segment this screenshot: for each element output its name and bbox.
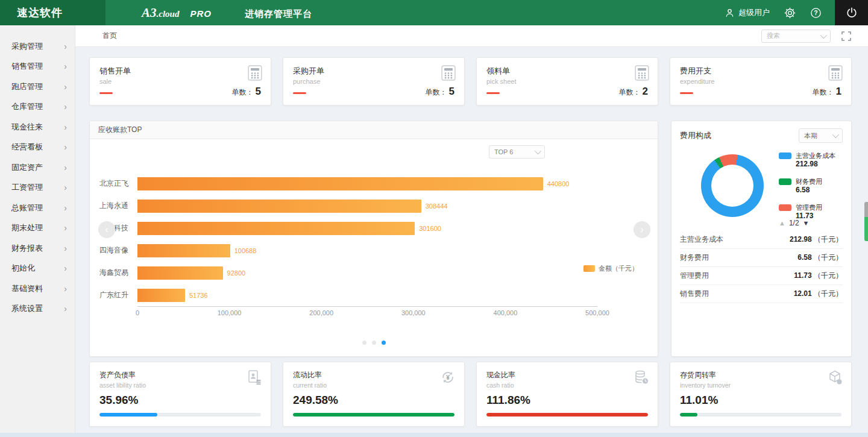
sidebar-item-label: 工资管理 xyxy=(11,182,43,193)
ratio-card-inventory-turnover[interactable]: 存货周转率 inventory turnover 11.01% xyxy=(670,362,852,427)
pager-up-icon[interactable]: ▲ xyxy=(779,219,785,227)
main-area: 首页 搜索 销售开单 sale 单数：5 采购开单 purchase xyxy=(75,25,868,437)
brand-pro: PRO xyxy=(190,8,212,19)
tab-home[interactable]: 首页 xyxy=(102,31,117,41)
pager-down-icon[interactable]: ▼ xyxy=(803,219,810,227)
stat-subtitle: sale xyxy=(99,78,261,85)
ratio-progress-track xyxy=(99,413,261,417)
settings-gear-icon[interactable] xyxy=(784,7,796,19)
sidebar-item[interactable]: 工资管理› xyxy=(0,178,75,198)
bar-value-label: 308444 xyxy=(426,203,448,210)
bar-rows: 北京正飞440800上海永通308444洪海科技301600四海音像100688… xyxy=(90,172,597,306)
stat-card-sale[interactable]: 销售开单 sale 单数：5 xyxy=(89,57,271,105)
chevron-right-icon: › xyxy=(64,42,67,51)
help-icon[interactable]: ? xyxy=(810,7,822,19)
logout-power-button[interactable] xyxy=(835,0,868,25)
ratio-value: 111.86% xyxy=(486,394,530,407)
carousel-prev-button[interactable]: ‹ xyxy=(98,221,115,238)
receivables-bar-chart: TOP 6 北京正飞440800上海永通308444洪海科技301600四海音像… xyxy=(90,139,658,356)
sidebar-item-label: 现金往来 xyxy=(11,122,43,133)
x-axis-tick-label: 500,000 xyxy=(585,309,609,316)
expense-row: 管理费用11.73 （千元） xyxy=(680,267,843,285)
donut-legend-item: 财务费用6.58 xyxy=(779,177,835,195)
sidebar-item[interactable]: 销售管理› xyxy=(0,57,75,77)
ratio-card-current-ratio[interactable]: 流动比率 current ratio ¥ 249.58% xyxy=(283,362,465,427)
sidebar-item[interactable]: 经营看板› xyxy=(0,137,75,158)
stat-title: 领料单 xyxy=(486,66,648,77)
legend-swatch xyxy=(779,178,791,185)
calculator-icon xyxy=(828,65,843,83)
count-value: 2 xyxy=(643,86,648,98)
bar xyxy=(137,200,421,213)
search-select[interactable]: 搜索 xyxy=(761,30,831,43)
sidebar-item[interactable]: 跑店管理› xyxy=(0,77,75,97)
ratio-subtitle: inventory turnover xyxy=(680,382,841,389)
ratio-cards-row: 资产负债率 asset libility ratio 35.96% 流动比率 c… xyxy=(89,362,852,427)
bar xyxy=(137,244,230,257)
sidebar-item-label: 系统设置 xyxy=(11,303,43,314)
sidebar-item[interactable]: 财务报表› xyxy=(0,238,75,259)
stat-card-expenditure[interactable]: 费用开支 expenditure 单数：1 xyxy=(670,57,852,105)
sidebar-item[interactable]: 初始化› xyxy=(0,259,75,279)
expense-row-label: 财务费用 xyxy=(680,253,709,263)
bottom-scrollbar[interactable] xyxy=(0,433,868,437)
receivables-chart-panel: 应收账款TOP TOP 6 北京正飞440800上海永通308444洪海科技30… xyxy=(89,121,658,357)
stat-card-pick-sheet[interactable]: 领料单 pick sheet 单数：2 xyxy=(476,57,658,105)
carousel-next-button[interactable]: › xyxy=(634,221,650,238)
ratio-value: 11.01% xyxy=(680,394,718,407)
sidebar-item[interactable]: 仓库管理› xyxy=(0,97,75,118)
count-value: 5 xyxy=(256,86,261,98)
stat-cards-row: 销售开单 sale 单数：5 采购开单 purchase 单数：5 领料单 pi xyxy=(89,57,852,105)
sidebar-item[interactable]: 采购管理› xyxy=(0,36,75,57)
expense-row-value: 212.98 （千元） xyxy=(790,234,843,245)
sidebar-item-label: 销售管理 xyxy=(11,61,43,72)
top-n-select[interactable]: TOP 6 xyxy=(489,145,545,159)
bar-row: 海鑫贸易92800 xyxy=(90,262,597,284)
ratio-card-cash-ratio[interactable]: 现金比率 cash ratio 111.86% xyxy=(476,362,658,427)
sidebar-item[interactable]: 期末处理› xyxy=(0,218,75,239)
bar xyxy=(137,222,415,235)
expense-row: 财务费用6.58 （千元） xyxy=(680,249,843,267)
currency-refresh-icon: ¥ xyxy=(440,369,456,388)
carousel-dot-active[interactable] xyxy=(382,341,386,345)
sidebar-item[interactable]: 现金往来› xyxy=(0,117,75,137)
bar-row: 洪海科技301600 xyxy=(90,217,597,239)
fullscreen-icon[interactable] xyxy=(841,31,851,41)
bar-category-label: 上海永通 xyxy=(90,201,137,211)
count-label: 单数： xyxy=(426,87,447,98)
search-placeholder: 搜索 xyxy=(767,31,780,40)
expense-row: 销售费用12.01 （千元） xyxy=(680,285,843,303)
sidebar-item[interactable]: 系统设置› xyxy=(0,299,75,319)
chevron-down-icon xyxy=(820,31,827,38)
sidebar-item[interactable]: 基础资料› xyxy=(0,278,75,299)
stat-title: 费用开支 xyxy=(680,66,841,77)
bar-row: 广东红升51736 xyxy=(90,284,597,306)
side-floating-widget[interactable] xyxy=(864,202,868,241)
chevron-right-icon: › xyxy=(64,204,67,212)
sidebar-item-label: 初始化 xyxy=(11,263,35,274)
pager-page: 1/2 xyxy=(789,219,799,227)
sidebar-item-label: 仓库管理 xyxy=(11,101,43,112)
bar-category-label: 四海音像 xyxy=(90,245,137,256)
ratio-progress-track xyxy=(293,413,454,417)
bar-row: 北京正飞440800 xyxy=(90,172,597,195)
expense-list: 主营业务成本212.98 （千元）财务费用6.58 （千元）管理费用11.73 … xyxy=(680,231,843,303)
ratio-card-asset-liability[interactable]: 资产负债率 asset libility ratio 35.96% xyxy=(89,362,271,427)
ratio-title: 现金比率 xyxy=(486,370,648,380)
x-axis-tick-label: 0 xyxy=(136,309,139,316)
legend-label: 财务费用6.58 xyxy=(796,177,822,195)
x-axis xyxy=(137,306,597,307)
ratio-progress-track xyxy=(680,413,841,417)
sidebar-item[interactable]: 总账管理› xyxy=(0,198,75,218)
chevron-right-icon: › xyxy=(64,183,67,192)
brand-suffix: .cloud xyxy=(157,9,180,19)
carousel-dot[interactable] xyxy=(372,341,376,345)
period-value: 本期 xyxy=(804,131,817,140)
period-select[interactable]: 本期 xyxy=(799,128,843,143)
expense-row-label: 管理费用 xyxy=(680,271,709,281)
chart-legend: 金额（千元） xyxy=(583,264,638,273)
carousel-dot[interactable] xyxy=(362,341,366,345)
stat-card-purchase[interactable]: 采购开单 purchase 单数：5 xyxy=(283,57,465,105)
sidebar-item[interactable]: 固定资产› xyxy=(0,157,75,178)
user-menu[interactable]: 超级用户 xyxy=(725,7,770,18)
